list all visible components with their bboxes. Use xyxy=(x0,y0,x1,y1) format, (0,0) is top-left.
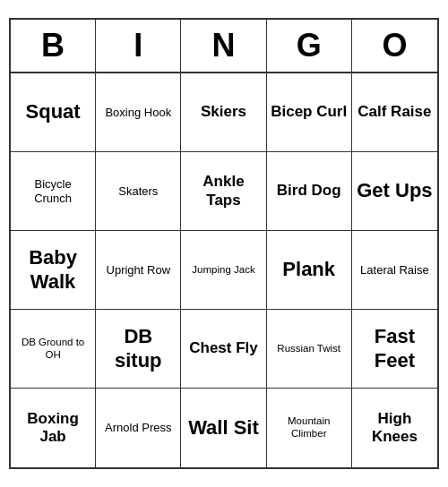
bingo-cell: Arnold Press xyxy=(96,389,181,467)
header-letter: G xyxy=(267,20,352,72)
bingo-cell: High Knees xyxy=(352,389,437,467)
bingo-cell: DB Ground to OH xyxy=(11,310,96,389)
bingo-cell: Bicycle Crunch xyxy=(11,152,96,231)
bingo-cell: Ankle Taps xyxy=(181,152,266,231)
bingo-cell: Plank xyxy=(267,231,352,310)
bingo-cell: DB situp xyxy=(96,310,181,389)
bingo-cell: Russian Twist xyxy=(267,310,352,389)
bingo-cell: Chest Fly xyxy=(181,310,266,389)
bingo-cell: Skiers xyxy=(181,73,266,152)
bingo-cell: Lateral Raise xyxy=(352,231,437,310)
bingo-cell: Squat xyxy=(11,73,96,152)
header-letter: B xyxy=(11,20,96,72)
bingo-cell: Baby Walk xyxy=(11,231,96,310)
bingo-cell: Bird Dog xyxy=(267,152,352,231)
header-letter: N xyxy=(181,20,266,72)
bingo-cell: Bicep Curl xyxy=(267,73,352,152)
bingo-cell: Calf Raise xyxy=(352,73,437,152)
header-letter: I xyxy=(96,20,181,72)
header-letter: O xyxy=(352,20,437,72)
bingo-grid: SquatBoxing HookSkiersBicep CurlCalf Rai… xyxy=(11,73,437,467)
bingo-cell: Upright Row xyxy=(96,231,181,310)
bingo-cell: Mountain Climber xyxy=(267,389,352,467)
bingo-header: BINGO xyxy=(11,20,437,73)
bingo-cell: Boxing Jab xyxy=(11,389,96,467)
bingo-cell: Fast Feet xyxy=(352,310,437,389)
bingo-cell: Skaters xyxy=(96,152,181,231)
bingo-cell: Wall Sit xyxy=(181,389,266,467)
bingo-cell: Get Ups xyxy=(352,152,437,231)
bingo-cell: Jumping Jack xyxy=(181,231,266,310)
bingo-card: BINGO SquatBoxing HookSkiersBicep CurlCa… xyxy=(9,18,439,469)
bingo-cell: Boxing Hook xyxy=(96,73,181,152)
